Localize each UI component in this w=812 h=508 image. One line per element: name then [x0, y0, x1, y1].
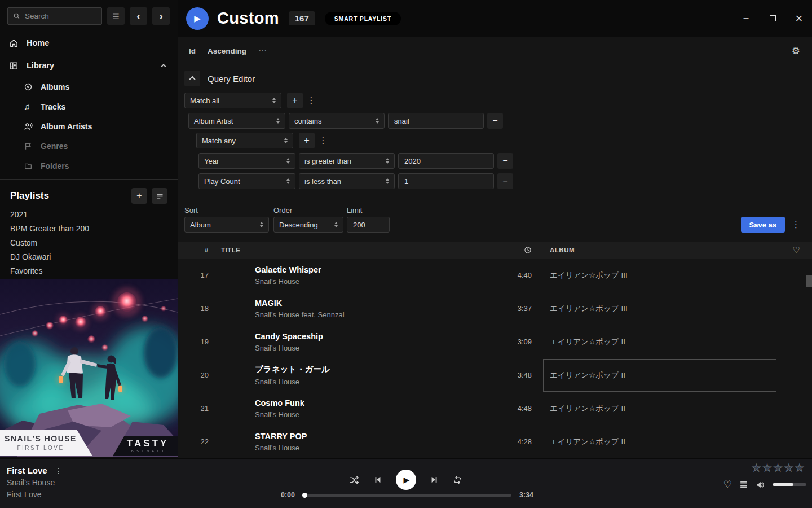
- column-header-album[interactable]: ALBUM: [532, 247, 781, 253]
- star-icon[interactable]: ★: [774, 463, 783, 473]
- queue-button[interactable]: [739, 480, 748, 489]
- remove-rule-button[interactable]: −: [487, 113, 503, 129]
- star-icon[interactable]: ★: [795, 463, 804, 473]
- speaker-icon: [756, 480, 765, 489]
- library-collapse-icon[interactable]: [161, 64, 166, 68]
- save-as-label: Save as: [749, 221, 776, 229]
- track-artist: Snail's House: [255, 444, 501, 452]
- playlist-label: 2021: [10, 210, 28, 219]
- minus-icon: −: [502, 176, 508, 186]
- rule-operator-select[interactable]: is greater than: [299, 153, 395, 169]
- remove-rule-button[interactable]: −: [497, 153, 513, 169]
- sort-field-link[interactable]: Id: [189, 47, 196, 55]
- rule-value-input[interactable]: [398, 153, 494, 169]
- nav-forward-button[interactable]: ›: [152, 7, 170, 25]
- track-album: エイリアン☆ポップ II: [532, 437, 781, 447]
- remove-rule-button[interactable]: −: [497, 173, 513, 189]
- playlist-item[interactable]: Custom: [0, 235, 178, 249]
- volume-button[interactable]: [756, 480, 765, 489]
- rule-value-input[interactable]: [388, 113, 484, 129]
- track-album-focused-cell[interactable]: エイリアン☆ポップ II: [532, 370, 781, 380]
- nav-back-button[interactable]: ‹: [130, 7, 147, 25]
- rule-field-select[interactable]: Play Count: [198, 173, 295, 189]
- sidebar-item-genres[interactable]: Genres: [0, 136, 178, 156]
- progress-section: 0:00 3:34: [281, 491, 533, 499]
- table-row[interactable]: 21 Cosmo FunkSnail's House 4:48 エイリアン☆ポッ…: [178, 392, 812, 425]
- playlist-item[interactable]: BPM Greater than 200: [0, 221, 178, 235]
- close-button[interactable]: ×: [795, 14, 804, 23]
- playlists-title: Playlists: [10, 190, 127, 202]
- sidebar-top-row: ☰ ‹ ›: [0, 0, 178, 25]
- track-title: Galactic Whisper: [255, 265, 501, 274]
- playlist-menu-button[interactable]: [152, 188, 167, 204]
- match-type-select[interactable]: Match any: [196, 133, 293, 148]
- select-carets-icon: [284, 138, 288, 143]
- rule-value-input[interactable]: [398, 173, 494, 189]
- progress-dot[interactable]: [302, 493, 307, 498]
- minimize-button[interactable]: –: [742, 14, 751, 23]
- column-header-favorite[interactable]: ♡: [781, 245, 812, 255]
- save-menu-button[interactable]: ⋮: [792, 217, 802, 233]
- scrollbar-thumb[interactable]: [806, 275, 812, 287]
- search-box[interactable]: [7, 7, 102, 25]
- column-header-title[interactable]: TITLE: [221, 247, 501, 253]
- sort-label: Sort: [184, 206, 269, 214]
- group-menu-button[interactable]: ⋮: [318, 135, 328, 146]
- star-icon[interactable]: ★: [762, 463, 771, 473]
- add-playlist-button[interactable]: +: [131, 188, 147, 204]
- volume-slider[interactable]: [773, 483, 806, 486]
- favorite-button[interactable]: ♡: [723, 479, 732, 491]
- sidebar-item-album-artists[interactable]: Album Artists: [0, 116, 178, 136]
- playlist-item[interactable]: DJ Okawari: [0, 249, 178, 264]
- search-input[interactable]: [25, 12, 96, 20]
- rule-operator-select[interactable]: contains: [289, 113, 385, 129]
- save-as-button[interactable]: Save as: [741, 217, 785, 233]
- sidebar-item-library[interactable]: Library: [0, 54, 178, 77]
- sidebar-item-folders[interactable]: Folders: [0, 156, 178, 176]
- sidebar-item-home[interactable]: Home: [0, 32, 178, 54]
- rule-field-select[interactable]: Year: [198, 153, 295, 169]
- rule-field-select[interactable]: Album Artist: [188, 113, 285, 129]
- table-row[interactable]: 20 プラネット・ガールSnail's House 3:48 エイリアン☆ポップ…: [178, 358, 812, 392]
- sort-direction-link[interactable]: Ascending: [208, 47, 246, 55]
- playlist-item[interactable]: Favorites: [0, 264, 178, 278]
- progress-bar[interactable]: [303, 494, 511, 497]
- track-number: 21: [178, 404, 209, 413]
- table-row[interactable]: 18 MAGIKSnail's House feat. Sennzai 3:37…: [178, 292, 812, 325]
- add-rule-button[interactable]: +: [287, 93, 303, 108]
- maximize-button[interactable]: [768, 14, 777, 23]
- track-duration: 3:09: [501, 338, 532, 346]
- track-title: STARRY POP: [255, 432, 501, 441]
- artist-icon: [24, 122, 33, 131]
- folder-icon: [24, 161, 33, 170]
- star-icon[interactable]: ★: [784, 463, 793, 473]
- query-editor-collapse-button[interactable]: [184, 71, 200, 86]
- group-menu-button[interactable]: ⋮: [306, 95, 316, 106]
- menu-button[interactable]: ☰: [107, 7, 125, 25]
- playlist-item[interactable]: 2021: [0, 207, 178, 221]
- sidebar-item-label: Albums: [41, 82, 69, 91]
- sort-select[interactable]: Album: [184, 217, 269, 233]
- select-value: Match any: [202, 137, 281, 145]
- add-rule-button[interactable]: +: [299, 133, 315, 148]
- play-playlist-button[interactable]: ▶: [186, 7, 209, 30]
- select-value: is greater than: [304, 157, 382, 165]
- order-select[interactable]: Descending: [273, 217, 343, 233]
- match-type-select[interactable]: Match all: [184, 93, 281, 108]
- star-icon[interactable]: ★: [752, 463, 761, 473]
- table-row[interactable]: 17 Galactic WhisperSnail's House 4:40 エイ…: [178, 259, 812, 292]
- sidebar-item-albums[interactable]: Albums: [0, 77, 178, 97]
- more-options-button[interactable]: ⋯: [258, 46, 267, 56]
- sidebar-item-tracks[interactable]: ♫ Tracks: [0, 97, 178, 116]
- table-row[interactable]: 22 STARRY POPSnail's House 4:28 エイリアン☆ポッ…: [178, 425, 812, 458]
- table-row[interactable]: 19 Candy SpaceshipSnail's House 3:09 エイリ…: [178, 325, 812, 358]
- now-playing-album-art[interactable]: SNAIL'S HOUSE FIRST LOVE TASTY B S T N A…: [0, 279, 178, 457]
- gear-icon[interactable]: ⚙: [792, 45, 800, 57]
- time-elapsed: 0:00: [281, 491, 295, 499]
- rule-operator-select[interactable]: is less than: [299, 173, 395, 189]
- column-header-duration[interactable]: [501, 246, 532, 254]
- column-header-number[interactable]: #: [178, 247, 209, 253]
- query-editor-title: Query Editor: [208, 74, 255, 84]
- track-title: MAGIK: [255, 299, 501, 308]
- limit-input[interactable]: [347, 217, 390, 233]
